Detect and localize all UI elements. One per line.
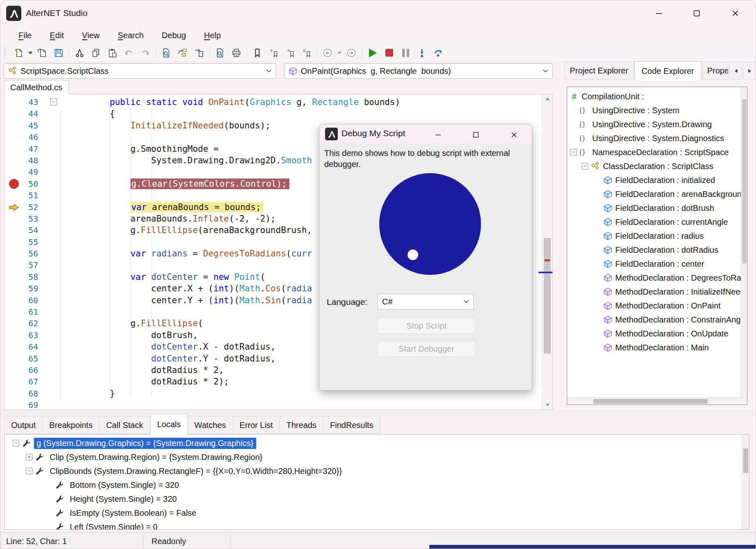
scrollbar-thumb[interactable] xyxy=(593,399,708,404)
editor-tab-callmethod[interactable]: CallMethod.cs xyxy=(4,80,69,94)
run-button[interactable] xyxy=(364,46,381,60)
locals-row[interactable]: Left (System.Single) = 0 xyxy=(5,520,749,530)
tree-item[interactable]: −{ }NamespaceDeclaration : ScriptSpace xyxy=(567,145,747,159)
collapse-box[interactable]: + xyxy=(26,454,32,460)
tab-code-explorer[interactable]: Code Explorer xyxy=(634,61,701,80)
locals-row[interactable]: −ClipBounds (System.Drawing.RectangleF) … xyxy=(5,464,749,478)
breakpoint-margin[interactable] xyxy=(5,295,23,306)
breakpoint-margin[interactable] xyxy=(5,306,23,318)
start-debugger-button[interactable]: Start Debugger xyxy=(378,341,475,357)
maximize-button[interactable] xyxy=(685,5,708,22)
breakpoint-margin[interactable] xyxy=(5,329,23,341)
breakpoint-margin[interactable] xyxy=(5,236,23,248)
member-selector[interactable]: OnPaint(Graphics g, Rectangle bounds) xyxy=(284,63,553,79)
pause-button[interactable] xyxy=(397,46,414,60)
breakpoint-margin[interactable] xyxy=(5,224,23,236)
breakpoint-margin[interactable] xyxy=(5,131,23,143)
tab-call-stack[interactable]: Call Stack xyxy=(100,416,150,434)
breakpoint-margin[interactable] xyxy=(5,271,23,283)
collapse-box[interactable]: − xyxy=(582,163,588,169)
breakpoint-margin[interactable] xyxy=(5,364,23,376)
clear-bookmarks-button[interactable] xyxy=(298,46,315,60)
tree-item[interactable]: { }UsingDirective : System xyxy=(567,103,747,117)
collapse-box[interactable]: − xyxy=(13,440,19,446)
menu-debug[interactable]: Debug xyxy=(154,29,193,42)
locals-row[interactable]: Height (System.Single) = 320 xyxy=(5,492,749,506)
minimize-button[interactable] xyxy=(647,5,671,22)
locals-row[interactable]: Bottom (System.Single) = 320 xyxy=(5,478,749,492)
breakpoint-margin[interactable] xyxy=(5,96,23,108)
cut-button[interactable] xyxy=(71,46,88,60)
locals-vertical-scrollbar[interactable] xyxy=(742,435,749,529)
tab-findresults[interactable]: FindResults xyxy=(323,416,380,434)
collapse-box[interactable]: − xyxy=(570,149,577,156)
tab-scroll-right-button[interactable] xyxy=(743,62,756,80)
tree-item[interactable]: MethodDeclaration : Main xyxy=(567,341,747,355)
menu-view[interactable]: View xyxy=(75,29,107,42)
breakpoint-margin[interactable] xyxy=(5,353,23,364)
breakpoint-margin[interactable] xyxy=(5,155,23,166)
undo-button[interactable] xyxy=(121,46,137,60)
tree-item[interactable]: MethodDeclaration : OnPaint xyxy=(567,299,747,313)
new-file-dropdown[interactable] xyxy=(27,46,34,60)
step-over-button[interactable] xyxy=(430,46,447,60)
language-select[interactable]: C# xyxy=(378,294,474,309)
tree-item[interactable]: −ClassDeclaration : ScriptClass xyxy=(567,159,747,173)
save-file-button[interactable] xyxy=(50,46,67,60)
tab-breakpoints[interactable]: Breakpoints xyxy=(43,416,100,434)
tree-item[interactable]: FieldDeclaration : arenaBackgroundBrush xyxy=(567,187,747,201)
tab-output[interactable]: Output xyxy=(4,416,43,434)
dialog-minimize-button[interactable] xyxy=(431,129,445,140)
tree-item[interactable]: FieldDeclaration : currentAngle xyxy=(567,215,747,229)
tree-item[interactable]: { }UsingDirective : System.Drawing xyxy=(567,117,747,131)
tree-item[interactable]: MethodDeclaration : DegreesToRadians xyxy=(567,271,747,285)
scrollbar-thumb[interactable] xyxy=(742,99,747,263)
close-button[interactable] xyxy=(723,5,747,22)
code-line-69[interactable]: 69 xyxy=(5,399,552,410)
tree-item[interactable]: { }UsingDirective : System.Diagnostics xyxy=(567,131,747,145)
tab-error-list[interactable]: Error List xyxy=(233,416,280,434)
scrollbar-thumb[interactable] xyxy=(544,238,551,354)
breakpoint-margin[interactable] xyxy=(5,318,23,329)
tab-threads[interactable]: Threads xyxy=(280,416,323,434)
toolbar-grip[interactable] xyxy=(5,47,9,59)
breakpoint-margin[interactable] xyxy=(5,248,23,259)
navigate-forward-button[interactable] xyxy=(343,46,360,60)
breakpoint-margin[interactable] xyxy=(5,259,23,271)
navigate-backward-button[interactable] xyxy=(319,46,336,60)
find-in-files-button[interactable] xyxy=(174,46,191,60)
find-button[interactable] xyxy=(158,46,174,60)
locals-row[interactable]: −g (System.Drawing.Graphics) = {System.D… xyxy=(5,436,749,450)
open-file-button[interactable] xyxy=(34,46,50,60)
tree-item[interactable]: MethodDeclaration : ConstrainAngle xyxy=(567,313,747,327)
breakpoint-icon[interactable] xyxy=(5,178,23,190)
locals-row[interactable]: +Clip (System.Drawing.Region) = {System.… xyxy=(5,450,749,464)
dialog-title-bar[interactable]: Debug My Script xyxy=(319,124,532,143)
tree-item[interactable]: FieldDeclaration : initialized xyxy=(567,173,747,187)
tab-project-explorer[interactable]: Project Explorer xyxy=(564,62,634,80)
breakpoint-margin[interactable] xyxy=(5,108,23,119)
scrollbar-thumb[interactable] xyxy=(743,448,748,473)
navigate-backward-dropdown[interactable] xyxy=(336,46,343,60)
code-line-43[interactable]: 43− public static void OnPaint(Graphics … xyxy=(5,96,552,108)
scroll-down-icon[interactable] xyxy=(542,400,552,409)
breakpoint-margin[interactable] xyxy=(5,143,23,155)
step-into-button[interactable] xyxy=(414,46,430,60)
next-bookmark-button[interactable] xyxy=(282,46,298,60)
menu-edit[interactable]: Edit xyxy=(42,29,71,42)
tree-item[interactable]: #CompilationUnit : xyxy=(567,89,747,103)
new-file-button[interactable] xyxy=(10,46,27,60)
menu-file[interactable]: File xyxy=(11,29,39,42)
editor-vertical-scrollbar[interactable] xyxy=(542,94,552,409)
breakpoint-margin[interactable] xyxy=(5,283,23,294)
quick-find-button[interactable] xyxy=(212,46,228,60)
locals-row[interactable]: IsEmpty (System.Boolean) = False xyxy=(5,506,749,520)
print-button[interactable] xyxy=(228,46,245,60)
tree-item[interactable]: FieldDeclaration : dotRadius xyxy=(567,243,747,257)
stop-script-button[interactable]: Stop Script xyxy=(378,318,475,334)
toggle-bookmark-button[interactable] xyxy=(249,46,266,60)
tab-locals[interactable]: Locals xyxy=(150,414,188,435)
tree-item[interactable]: FieldDeclaration : radius xyxy=(567,229,747,243)
breakpoint-margin[interactable] xyxy=(5,341,23,352)
stop-button[interactable] xyxy=(381,46,397,60)
